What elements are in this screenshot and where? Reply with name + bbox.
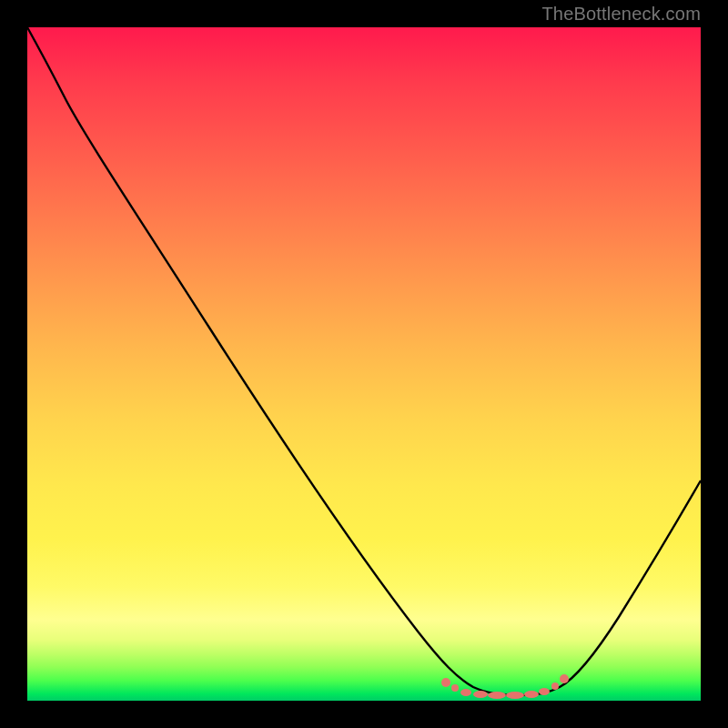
svg-point-4 bbox=[488, 692, 506, 699]
chart-frame: TheBottleneck.com bbox=[0, 0, 728, 728]
svg-point-2 bbox=[460, 689, 471, 696]
chart-svg bbox=[27, 27, 701, 701]
svg-point-1 bbox=[451, 684, 459, 692]
plot-area bbox=[27, 27, 701, 701]
bottleneck-curve bbox=[27, 27, 701, 695]
attribution-label: TheBottleneck.com bbox=[541, 4, 701, 25]
svg-point-5 bbox=[506, 692, 524, 699]
svg-point-9 bbox=[560, 674, 569, 683]
svg-point-7 bbox=[539, 688, 550, 695]
svg-point-0 bbox=[441, 678, 450, 687]
svg-point-6 bbox=[524, 691, 539, 698]
svg-point-8 bbox=[551, 682, 559, 690]
svg-point-3 bbox=[473, 691, 488, 698]
